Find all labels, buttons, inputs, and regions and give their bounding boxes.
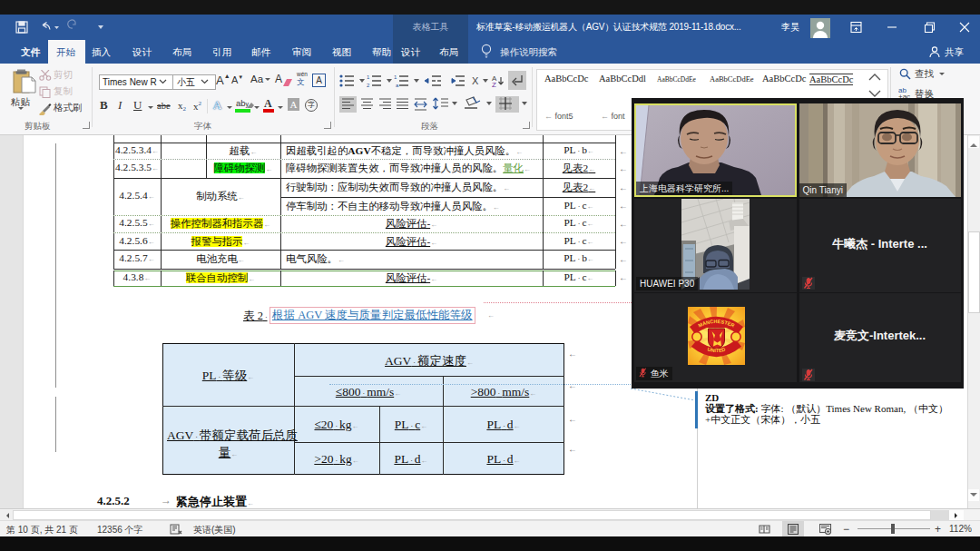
svg-text:1: 1 [367, 74, 370, 80]
svg-text:1: 1 [394, 74, 397, 80]
svg-text:Z: Z [492, 81, 496, 87]
svg-text:2: 2 [367, 83, 370, 87]
svg-text:X: X [472, 75, 479, 86]
svg-text:a: a [396, 83, 399, 87]
